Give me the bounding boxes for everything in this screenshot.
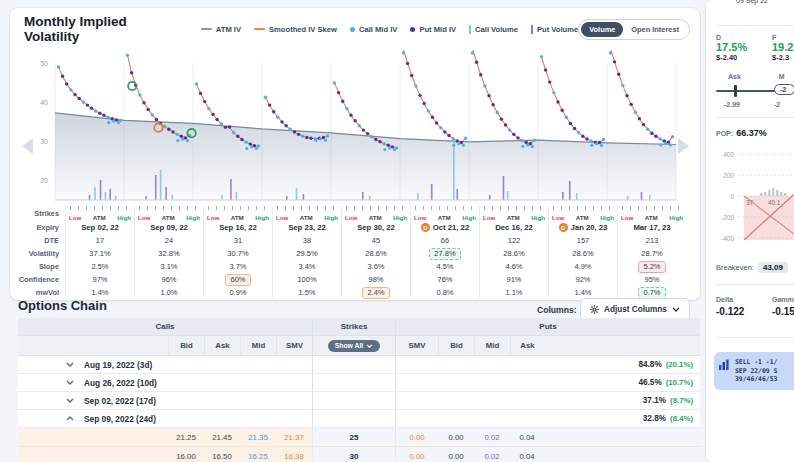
call-bid-value: 21.25 — [168, 428, 204, 446]
summary-cell-volatility: 28.6% — [479, 247, 548, 260]
slope-value: 3.6% — [367, 262, 384, 271]
legend-item-call-mid-iv[interactable]: Call Mid IV — [350, 25, 397, 34]
summary-cell-mwvol: 1.1% — [479, 286, 548, 299]
high-label: High — [600, 214, 614, 221]
show-all-dropdown[interactable]: Show All — [328, 340, 380, 352]
slider-labels: Ask M — [716, 73, 794, 80]
put-col-header-ask: Ask — [510, 336, 544, 355]
atm-label: ATM — [576, 214, 589, 221]
expiry-value: Mar 17, 23 — [633, 223, 670, 232]
volatility-card: Monthly Implied Volatility ATM IVSmoothe… — [10, 8, 700, 300]
axis-ticks — [208, 206, 268, 210]
summary-cell-expiry: Sep 16, 22 — [203, 221, 272, 234]
summary-cell-confidence: 98% — [341, 273, 410, 286]
high-label: High — [669, 214, 683, 221]
chain-strike-row[interactable]: 16.0016.5016.2516.38300.000.000.020.04 — [18, 447, 700, 462]
summary-cell-slope: 3.4% — [272, 260, 341, 273]
options-chain-table: CallsStrikesPutsBidAskMidSMVShow AllSMVB… — [18, 318, 700, 462]
expiry-value: DJan 20, 23 — [559, 223, 608, 232]
slider-value-pill[interactable]: -2 — [774, 84, 794, 95]
legend-item-atm-iv[interactable]: ATM IV — [201, 25, 241, 34]
chain-strike-row[interactable]: 21.2521.4521.3521.37250.000.000.020.04 — [18, 428, 700, 447]
summary-cell-slope: 3.7% — [203, 260, 272, 273]
low-label: Low — [483, 214, 495, 221]
chain-expiry-row[interactable]: Aug 26, 2022 (10d)46.5%(10.7%) — [18, 374, 700, 392]
low-label: Low — [552, 214, 564, 221]
svg-text:20: 20 — [40, 177, 48, 184]
legend-item-smoothed-iv-skew[interactable]: Smoothed IV Skew — [254, 25, 337, 34]
expiry-row-summary: 37.1%(8.7%) — [396, 392, 700, 409]
put-bid-value: 0.00 — [438, 428, 474, 446]
chart-scroll-left-icon[interactable] — [22, 138, 33, 154]
put-smv-value: 0.00 — [396, 447, 438, 462]
stat-d: D 17.5% $-2.40 — [716, 34, 772, 62]
axis-ticks — [553, 206, 613, 210]
legend-item-call-volume[interactable]: Call Volume — [469, 25, 518, 34]
strike-range-labels: LowATMHigh — [69, 214, 131, 221]
summary-cell-expiry: DOct 21, 22 — [410, 221, 479, 234]
legend-label: Put Mid IV — [419, 25, 456, 34]
summary-cell-expiry: Sep 09, 22 — [134, 221, 203, 234]
low-label: Low — [276, 214, 288, 221]
dividend-icon: D — [559, 223, 568, 232]
greeks-row: Delta -0.122 Gamma -0.156 — [716, 296, 794, 317]
slope-value: 3.4% — [298, 262, 315, 271]
confidence-value: 95% — [644, 275, 659, 284]
summary-cell-dte: 17 — [65, 234, 134, 247]
dte-value: 31 — [234, 236, 242, 245]
summary-cell-volatility: 32.8% — [134, 247, 203, 260]
summary-cell-slope: 4.9% — [548, 260, 617, 273]
slider-handle[interactable] — [734, 85, 737, 97]
chevron-down-icon[interactable] — [66, 362, 74, 367]
dte-value: 157 — [577, 236, 590, 245]
strikes-spacer — [312, 410, 396, 427]
volatility-value: 32.8% — [158, 249, 179, 258]
summary-cell-confidence: 91% — [479, 273, 548, 286]
expiry-move-percent: (20.1%) — [666, 360, 693, 369]
volatility-card-header: Monthly Implied Volatility ATM IVSmoothe… — [24, 17, 690, 41]
strike-range-labels: LowATMHigh — [207, 214, 269, 221]
chain-expiry-row[interactable]: Sep 09, 2022 (24d)32.8%(8.4%) — [18, 410, 700, 428]
expiry-value: Sep 30, 22 — [357, 223, 395, 232]
columns-label: Columns: — [537, 305, 577, 315]
toggle-option-volume[interactable]: Volume — [581, 22, 623, 37]
mwvol-value: 1.4% — [574, 288, 591, 297]
summary-cell-volatility: 28.7% — [617, 247, 686, 260]
summary-cell-dte: 122 — [479, 234, 548, 247]
high-label: High — [462, 214, 476, 221]
chevron-down-icon[interactable] — [66, 380, 74, 385]
side-panel-divider: TH — [716, 334, 794, 341]
price-slider[interactable]: -2 — [716, 84, 794, 98]
chain-header-groups: CallsStrikesPuts — [18, 318, 700, 336]
summary-cell-expiry: Dec 16, 22 — [479, 221, 548, 234]
dividend-icon: D — [421, 223, 430, 232]
atm-label: ATM — [300, 214, 313, 221]
svg-text:40.1: 40.1 — [768, 199, 781, 206]
greek-delta: Delta -0.122 — [716, 296, 772, 317]
strategy-chip[interactable]: SELL -1 -1/ SEP 22/09 S 39/46/46/53 — [714, 352, 794, 390]
summary-cell-confidence: 100% — [272, 273, 341, 286]
chain-expiry-row[interactable]: Sep 02, 2022 (17d)37.1%(8.7%) — [18, 392, 700, 410]
put-mid-value: 0.02 — [474, 428, 510, 446]
chevron-up-icon[interactable] — [66, 416, 74, 421]
toggle-option-open-interest[interactable]: Open Interest — [623, 22, 687, 37]
chart-scroll-right-icon[interactable] — [678, 138, 689, 154]
axis-ticks — [484, 206, 544, 210]
dot-swatch-icon — [410, 27, 415, 32]
chevron-down-icon[interactable] — [66, 398, 74, 403]
svg-text:50: 50 — [40, 60, 48, 67]
show-all-label: Show All — [335, 342, 363, 349]
summary-cell-confidence: 95% — [617, 273, 686, 286]
high-label: High — [117, 214, 131, 221]
expiry-value: Dec 16, 22 — [495, 223, 533, 232]
strikes-spacer — [312, 356, 396, 373]
summary-cell-dte: 157 — [548, 234, 617, 247]
legend-item-put-mid-iv[interactable]: Put Mid IV — [410, 25, 456, 34]
mwvol-value: 0.7% — [638, 287, 665, 299]
chain-expiry-row[interactable]: Aug 19, 2022 (3d)84.8%(20.1%) — [18, 356, 700, 374]
high-label: High — [324, 214, 338, 221]
summary-row-label: Expiry — [10, 221, 65, 234]
legend-item-put-volume[interactable]: Put Volume — [531, 25, 578, 34]
put-ask-value: 0.04 — [510, 447, 544, 462]
chart-title: Monthly Implied Volatility — [24, 14, 163, 44]
